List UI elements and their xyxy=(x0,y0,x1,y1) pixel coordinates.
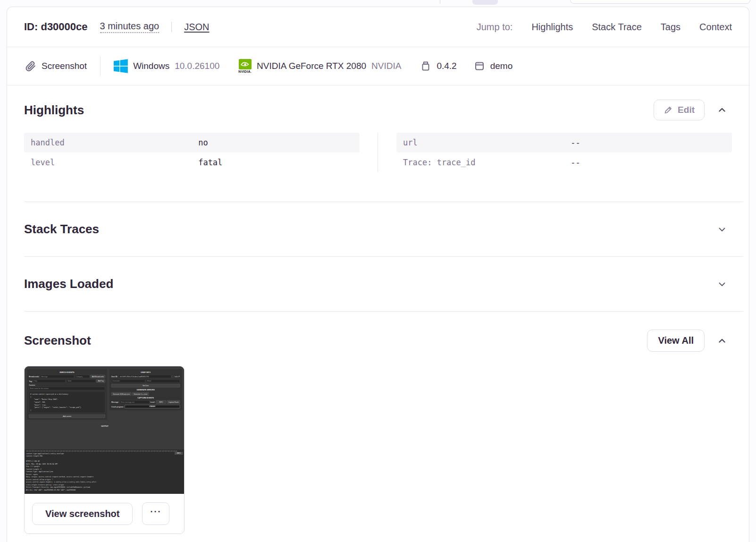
screenshot-thumbnail-content: ENRICH EVENTS Breadcrumb: Message Catego… xyxy=(25,366,185,494)
context-divider xyxy=(100,56,101,76)
thumb-truncated-log-line xyxy=(26,450,177,452)
thumb-context-code: # custom context expressed as a dictiona… xyxy=(29,391,105,413)
thumb-generate-gdscript-button: Generate GDScript error xyxy=(111,392,131,396)
thumb-infer-ip-label: Infer IP xyxy=(175,375,180,377)
top-fragment-pill xyxy=(472,0,498,5)
highlight-row: url -- xyxy=(396,133,732,152)
more-options-button[interactable]: ··· xyxy=(142,502,169,525)
thumb-add-tag-button: Add Tag xyxy=(96,380,105,383)
thumb-breadcrumb-message-input: Message xyxy=(40,375,74,378)
environment-name: demo xyxy=(490,61,513,71)
environment-context: demo xyxy=(474,60,513,72)
thumb-log-line: Alt-Svc: h3=":443"; ma=2592000,h3-29=":4… xyxy=(26,489,183,491)
screenshot-card: ENRICH EVENTS Breadcrumb: Message Catego… xyxy=(24,366,185,534)
highlight-key: handled xyxy=(31,137,198,148)
highlight-key: url xyxy=(403,137,571,148)
thumb-message-input: Enter message text xyxy=(120,400,150,404)
thumb-context-label: Context xyxy=(29,384,105,386)
thumb-crash-button: CRASH! xyxy=(125,405,180,408)
event-time-link[interactable]: 3 minutes ago xyxy=(100,21,160,33)
expand-stack-traces-chevron[interactable] xyxy=(715,222,729,237)
chevron-up-icon xyxy=(717,336,727,346)
thumb-capture-event-button: Capture Event xyxy=(167,400,180,404)
thumb-email-input: Email xyxy=(146,380,180,383)
thumb-output-title: OUTPUT xyxy=(27,425,182,427)
screenshot-thumbnail[interactable]: ENRICH EVENTS Breadcrumb: Message Catego… xyxy=(25,366,185,494)
thumb-tag-value-input: Value xyxy=(67,380,96,383)
highlight-value: -- xyxy=(571,137,725,148)
chevron-down-icon xyxy=(717,225,727,234)
gpu-name: NVIDIA GeForce RTX 2080 xyxy=(257,61,366,71)
thumb-breadcrumb-label: Breadcrumb: xyxy=(29,375,39,377)
thumb-capture-events-title: CAPTURE EVENTS xyxy=(111,397,180,399)
top-fragment-divider xyxy=(440,0,440,4)
screenshot-card-footer: View screenshot ··· xyxy=(25,494,184,534)
collapse-highlights-chevron[interactable] xyxy=(715,103,729,117)
thumb-user-id-input: a9c35f9f-290b-471d-dbcb-3ad896821733 xyxy=(118,375,171,378)
chevron-down-icon xyxy=(717,279,727,289)
event-id: ID: d30000ce xyxy=(24,21,88,33)
nvidia-logo-icon: NVIDIA. xyxy=(238,59,252,73)
thumb-add-breadcrumb-button: Add Breadcrumb xyxy=(91,375,105,378)
event-header: ID: d30000ce 3 minutes ago JSON Jump to:… xyxy=(7,7,749,47)
highlights-right-column: url -- Trace: trace_id -- xyxy=(396,133,732,172)
thumb-enrich-title: ENRICH EVENTS xyxy=(29,372,105,373)
thumb-context-name-input: Enter name for the context xyxy=(29,387,105,390)
jump-link[interactable]: Highlights xyxy=(531,22,573,33)
release-box-icon xyxy=(420,60,431,72)
event-details-panel: ID: d30000ce 3 minutes ago JSON Jump to:… xyxy=(7,7,749,542)
thumb-user-id-label: User ID: xyxy=(111,375,118,377)
release-version: 0.4.2 xyxy=(437,61,456,71)
chevron-up-icon xyxy=(717,105,727,115)
thumb-code-line: } xyxy=(30,409,103,412)
collapse-screenshot-chevron[interactable] xyxy=(715,334,729,348)
window-icon xyxy=(474,60,485,72)
edit-highlights-button[interactable]: Edit xyxy=(654,100,705,120)
pencil-icon xyxy=(664,105,673,115)
view-all-button[interactable]: View All xyxy=(647,330,705,352)
header-separator xyxy=(171,22,172,32)
highlights-left-column: handled no level fatal xyxy=(24,133,360,172)
thumb-level-select: INFO xyxy=(156,400,166,404)
highlight-key: level xyxy=(31,157,198,168)
thumb-infer-ip-checkbox xyxy=(172,376,174,377)
thumb-level-label: Level: xyxy=(151,401,155,403)
nvidia-caption: NVIDIA. xyxy=(238,70,252,73)
thumb-message-label: Message: xyxy=(111,401,119,403)
thumb-breadcrumb-category-input: Category xyxy=(75,375,90,378)
highlight-row: level fatal xyxy=(24,152,360,172)
windows-logo-icon xyxy=(114,59,128,73)
highlights-section: Highlights Edit handled no level xyxy=(7,85,749,202)
attachment-chip[interactable]: Screenshot xyxy=(24,60,87,72)
jump-to-label: Jump to: xyxy=(477,22,513,33)
highlights-column-divider xyxy=(378,133,378,172)
context-bar: Screenshot Windows 10.0.26100 NVIDIA. xyxy=(7,47,749,85)
os-name: Windows xyxy=(133,61,169,71)
json-link[interactable]: JSON xyxy=(184,22,209,33)
images-loaded-section: Images Loaded xyxy=(7,257,749,311)
thumb-user-panel: USER INFO User ID: a9c35f9f-290b-471d-db… xyxy=(109,369,182,410)
thumb-tag-key-input: Key xyxy=(33,380,65,383)
edit-button-label: Edit xyxy=(678,105,695,115)
jump-link[interactable]: Context xyxy=(699,22,732,33)
jump-to-nav: Jump to: HighlightsStack TraceTagsContex… xyxy=(477,22,732,33)
stack-traces-title: Stack Traces xyxy=(24,222,715,237)
thumb-username-input: Username xyxy=(111,380,145,383)
expand-images-loaded-chevron[interactable] xyxy=(715,277,729,291)
images-loaded-title: Images Loaded xyxy=(24,277,715,291)
thumb-crash-label: Crash program: xyxy=(111,406,124,407)
attachment-label: Screenshot xyxy=(42,61,87,71)
jump-link[interactable]: Tags xyxy=(661,22,680,33)
jump-link[interactable]: Stack Trace xyxy=(592,22,642,33)
release-context: 0.4.2 xyxy=(420,60,456,72)
os-context: Windows 10.0.26100 xyxy=(114,59,219,73)
view-screenshot-button[interactable]: View screenshot xyxy=(32,503,133,525)
highlight-value: no xyxy=(198,137,353,148)
gpu-vendor: NVIDIA xyxy=(371,61,401,71)
thumb-set-user-button: Set User xyxy=(111,384,180,387)
screenshot-title: Screenshot xyxy=(24,333,647,348)
highlight-value: -- xyxy=(571,157,725,168)
highlight-key: Trace: trace_id xyxy=(403,157,571,168)
thumb-user-info-title: USER INFO xyxy=(111,372,180,373)
thumb-add-context-button: Add context xyxy=(29,415,105,418)
